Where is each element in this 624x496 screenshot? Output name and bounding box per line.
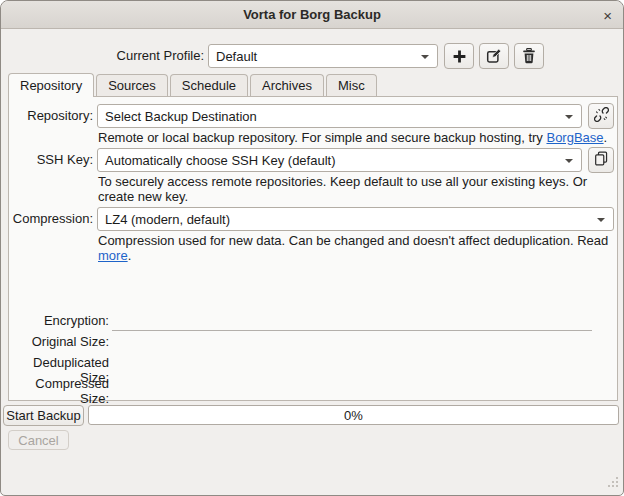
encryption-value-line [112, 330, 592, 331]
repository-help-prefix: Remote or local backup repository. For s… [98, 130, 546, 145]
borgbase-link[interactable]: BorgBase [546, 130, 603, 145]
compressed-size-label: Compressed Size: [9, 376, 109, 406]
add-profile-button[interactable] [444, 43, 474, 69]
copy-ssh-key-button[interactable] [588, 147, 614, 173]
cancel-button: Cancel [8, 430, 69, 450]
copy-icon [594, 151, 609, 169]
start-backup-button[interactable]: Start Backup [3, 405, 84, 426]
trash-icon [522, 48, 536, 64]
compression-selected-value: LZ4 (modern, default) [105, 212, 230, 227]
chevron-down-icon [565, 159, 573, 163]
compression-help-text: Compression used for new data. Can be ch… [98, 233, 609, 263]
repository-help-suffix: . [604, 130, 608, 145]
ssh-key-selected-value: Automatically choose SSH Key (default) [105, 153, 336, 168]
chevron-down-icon [597, 218, 605, 222]
ssh-key-label: SSH Key: [9, 152, 93, 167]
close-icon[interactable]: × [603, 1, 612, 29]
original-size-label: Original Size: [9, 334, 109, 349]
backup-progress-bar: 0% [88, 405, 619, 425]
current-profile-label: Current Profile: [1, 48, 204, 63]
plus-icon [452, 49, 467, 64]
vorta-window: Vorta for Borg Backup × Current Profile:… [0, 0, 624, 496]
repository-select[interactable]: Select Backup Destination [97, 104, 582, 128]
ssh-key-help-text: To securely access remote repositories. … [98, 174, 603, 204]
repository-label: Repository: [9, 108, 93, 123]
unlink-repository-button[interactable] [588, 103, 614, 129]
tab-sources[interactable]: Sources [96, 74, 168, 96]
compression-help-prefix: Compression used for new data. Can be ch… [98, 233, 608, 248]
compression-help-suffix: . [128, 248, 132, 263]
repository-selected-value: Select Backup Destination [105, 109, 257, 124]
chevron-down-icon [565, 115, 573, 119]
resize-grip-icon[interactable] [606, 475, 619, 491]
compression-more-link[interactable]: more [98, 248, 128, 263]
tab-misc[interactable]: Misc [326, 74, 377, 96]
compression-select[interactable]: LZ4 (modern, default) [97, 207, 614, 231]
tab-schedule[interactable]: Schedule [170, 74, 248, 96]
profile-selected-value: Default [216, 49, 257, 64]
repository-tab-panel: Repository: Select Backup Destination Re… [8, 96, 618, 401]
delete-profile-button[interactable] [514, 43, 544, 69]
compression-label: Compression: [9, 211, 93, 226]
window-title: Vorta for Borg Backup [243, 7, 381, 22]
progress-percent-text: 0% [344, 408, 363, 423]
edit-pencil-icon [486, 48, 502, 64]
profile-select[interactable]: Default [208, 44, 438, 68]
chevron-down-icon [421, 55, 429, 59]
tab-repository[interactable]: Repository [8, 73, 94, 97]
tab-bar: Repository Sources Schedule Archives Mis… [8, 73, 379, 97]
ssh-key-select[interactable]: Automatically choose SSH Key (default) [97, 148, 582, 172]
titlebar[interactable]: Vorta for Borg Backup × [1, 1, 623, 29]
tab-archives[interactable]: Archives [250, 74, 324, 96]
encryption-label: Encryption: [9, 313, 109, 328]
unlink-icon [594, 107, 609, 125]
repository-help-text: Remote or local backup repository. For s… [98, 130, 609, 145]
edit-profile-button[interactable] [479, 43, 509, 69]
